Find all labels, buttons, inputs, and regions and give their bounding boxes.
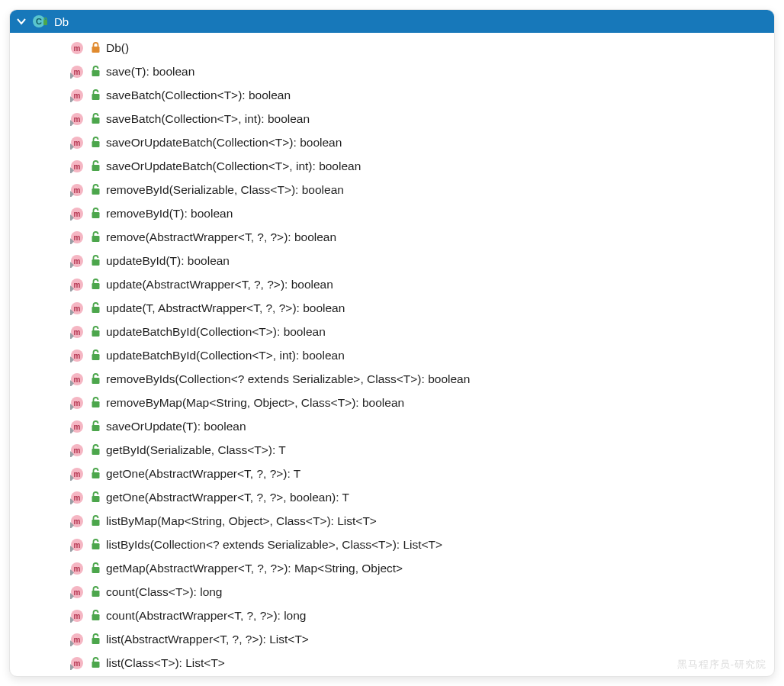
svg-text:m: m bbox=[74, 635, 81, 643]
member-label: update(T, AbstractWrapper<T, ?, ?>): boo… bbox=[106, 301, 345, 315]
member-row[interactable]: m remove(AbstractWrapper<T, ?, ?>): bool… bbox=[10, 225, 774, 249]
svg-text:m: m bbox=[74, 611, 81, 620]
member-row[interactable]: m saveBatch(Collection<T>): boolean bbox=[10, 83, 774, 107]
static-method-icon: m bbox=[69, 396, 85, 410]
member-label: removeByMap(Map<String, Object>, Class<T… bbox=[106, 396, 404, 410]
watermark: 黑马程序员-研究院 bbox=[677, 658, 766, 672]
static-method-icon: m bbox=[69, 207, 85, 221]
member-row[interactable]: m removeById(Serializable, Class<T>): bo… bbox=[10, 178, 774, 201]
member-row[interactable]: m removeByIds(Collection<? extends Seria… bbox=[10, 367, 774, 391]
static-method-icon: m bbox=[69, 372, 85, 386]
member-row[interactable]: m getById(Serializable, Class<T>): T bbox=[10, 438, 774, 462]
member-row[interactable]: m saveOrUpdateBatch(Collection<T>): bool… bbox=[10, 130, 774, 154]
lock-public-icon bbox=[89, 562, 101, 574]
svg-text:m: m bbox=[74, 446, 81, 454]
member-row[interactable]: m update(T, AbstractWrapper<T, ?, ?>): b… bbox=[10, 296, 774, 320]
static-method-icon: m bbox=[69, 254, 85, 268]
lock-public-icon bbox=[89, 89, 101, 101]
member-label: updateBatchById(Collection<T>, int): boo… bbox=[106, 349, 345, 362]
svg-rect-81 bbox=[92, 496, 99, 502]
lock-public-icon bbox=[89, 231, 101, 243]
structure-panel: C Db m Db() m save(T): boolean m saveBat… bbox=[9, 9, 775, 677]
svg-text:m: m bbox=[74, 493, 81, 501]
static-method-icon: m bbox=[69, 538, 85, 552]
svg-rect-77 bbox=[92, 472, 99, 478]
member-row[interactable]: m listByMap(Map<String, Object>, Class<T… bbox=[10, 509, 774, 533]
static-method-icon: m bbox=[69, 491, 85, 504]
member-label: getMap(AbstractWrapper<T, ?, ?>): Map<St… bbox=[106, 562, 403, 575]
lock-public-icon bbox=[89, 113, 101, 124]
static-method-icon: m bbox=[69, 467, 85, 481]
member-row[interactable]: m getMap(AbstractWrapper<T, ?, ?>): Map<… bbox=[10, 556, 774, 580]
member-row[interactable]: m saveOrUpdateBatch(Collection<T>, int):… bbox=[10, 154, 774, 178]
member-row[interactable]: m updateBatchById(Collection<T>, int): b… bbox=[10, 343, 774, 367]
member-row[interactable]: m save(T): boolean bbox=[10, 60, 774, 83]
member-row[interactable]: m count(AbstractWrapper<T, ?, ?>): long bbox=[10, 604, 774, 627]
member-label: saveOrUpdateBatch(Collection<T>): boolea… bbox=[106, 136, 342, 150]
lock-public-icon bbox=[89, 184, 101, 195]
lock-public-icon bbox=[89, 491, 101, 503]
member-row[interactable]: m getOne(AbstractWrapper<T, ?, ?>, boole… bbox=[10, 485, 774, 509]
svg-text:m: m bbox=[74, 138, 81, 147]
member-label: count(AbstractWrapper<T, ?, ?>): long bbox=[106, 609, 307, 623]
svg-text:m: m bbox=[74, 91, 81, 99]
lock-public-icon bbox=[89, 444, 101, 456]
member-row[interactable]: m getOne(AbstractWrapper<T, ?, ?>): T bbox=[10, 462, 774, 485]
class-header[interactable]: C Db bbox=[10, 10, 774, 33]
svg-text:m: m bbox=[74, 398, 81, 407]
svg-rect-101 bbox=[92, 614, 99, 620]
svg-rect-29 bbox=[92, 188, 99, 195]
member-row[interactable]: m list(Class<T>): List<T> bbox=[10, 651, 774, 675]
member-row[interactable]: m updateBatchById(Collection<T>): boolea… bbox=[10, 320, 774, 343]
svg-rect-57 bbox=[92, 354, 99, 360]
member-label: listByIds(Collection<? extends Serializa… bbox=[106, 538, 442, 552]
svg-rect-49 bbox=[92, 307, 99, 313]
static-method-icon: m bbox=[69, 89, 85, 102]
svg-rect-33 bbox=[92, 212, 99, 218]
static-method-icon: m bbox=[69, 349, 85, 362]
member-label: getOne(AbstractWrapper<T, ?, ?>): T bbox=[106, 467, 300, 481]
lock-public-icon bbox=[89, 208, 101, 219]
member-row[interactable]: m saveBatch(Collection<T>, int): boolean bbox=[10, 107, 774, 130]
member-row[interactable]: m update(AbstractWrapper<T, ?, ?>): bool… bbox=[10, 272, 774, 296]
member-label: save(T): boolean bbox=[106, 65, 194, 79]
svg-rect-41 bbox=[92, 259, 99, 266]
svg-rect-45 bbox=[92, 283, 99, 289]
member-label: list(AbstractWrapper<T, ?, ?>): List<T> bbox=[106, 633, 309, 646]
member-row[interactable]: m removeById(T): boolean bbox=[10, 201, 774, 225]
svg-text:m: m bbox=[74, 375, 81, 383]
member-row[interactable]: m listByIds(Collection<? extends Seriali… bbox=[10, 533, 774, 556]
member-label: list(Class<T>): List<T> bbox=[106, 656, 225, 670]
lock-public-icon bbox=[89, 137, 101, 148]
static-method-icon: m bbox=[69, 325, 85, 339]
member-row[interactable]: m list(AbstractWrapper<T, ?, ?>): List<T… bbox=[10, 627, 774, 651]
collapse-icon[interactable] bbox=[16, 16, 27, 27]
svg-text:C: C bbox=[36, 17, 42, 26]
static-method-icon: m bbox=[69, 159, 85, 173]
member-label: getById(Serializable, Class<T>): T bbox=[106, 443, 286, 457]
lock-public-icon bbox=[89, 160, 101, 172]
member-row[interactable]: m Db() bbox=[10, 36, 774, 60]
member-label: updateById(T): boolean bbox=[106, 254, 230, 268]
member-row[interactable]: m count(Class<T>): long bbox=[10, 580, 774, 604]
svg-rect-25 bbox=[92, 165, 99, 171]
member-row[interactable]: m saveOrUpdate(T): boolean bbox=[10, 414, 774, 438]
static-method-icon: m bbox=[69, 514, 85, 528]
svg-rect-69 bbox=[92, 425, 99, 431]
lock-public-icon bbox=[89, 397, 101, 408]
svg-rect-89 bbox=[92, 543, 99, 549]
svg-rect-97 bbox=[92, 591, 99, 597]
svg-rect-37 bbox=[92, 236, 99, 242]
member-label: count(Class<T>): long bbox=[106, 585, 223, 599]
static-method-icon: m bbox=[69, 656, 85, 670]
static-method-icon: m bbox=[69, 278, 85, 291]
member-label: saveBatch(Collection<T>): boolean bbox=[106, 89, 291, 102]
lock-public-icon bbox=[89, 302, 101, 314]
svg-text:m: m bbox=[74, 540, 81, 549]
lock-public-icon bbox=[89, 66, 101, 77]
member-row[interactable]: m removeByMap(Map<String, Object>, Class… bbox=[10, 391, 774, 414]
member-row[interactable]: m updateById(T): boolean bbox=[10, 249, 774, 272]
member-label: getOne(AbstractWrapper<T, ?, ?>, boolean… bbox=[106, 491, 349, 504]
lock-public-icon bbox=[89, 539, 101, 550]
static-method-icon: m bbox=[69, 230, 85, 244]
